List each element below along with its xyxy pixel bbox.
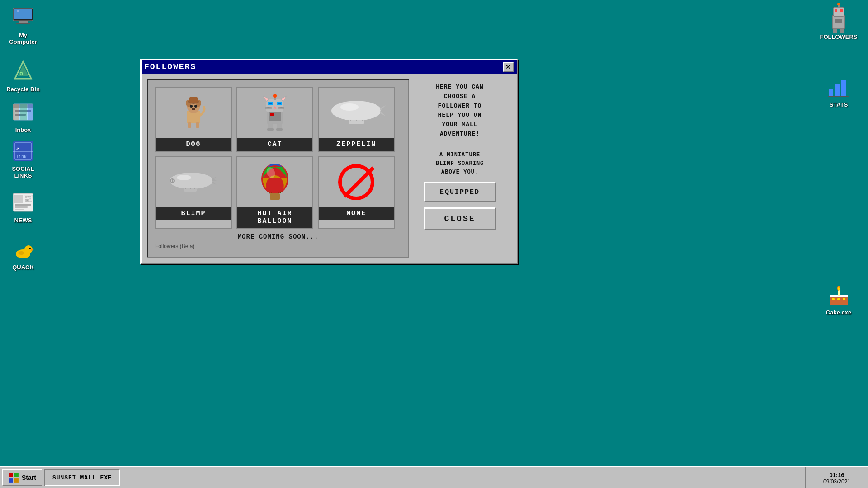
- equipped-button[interactable]: EQUIPPED: [424, 182, 496, 202]
- svg-rect-110: [9, 473, 13, 477]
- stats-desktop-icon[interactable]: STATS: [818, 72, 859, 110]
- window-titlebar: FOLLOWERS ✕: [142, 60, 517, 74]
- follower-blimp[interactable]: BLIMP: [155, 156, 232, 229]
- svg-text:link: link: [16, 155, 27, 160]
- svg-point-100: [177, 175, 191, 180]
- svg-marker-89: [380, 105, 386, 111]
- svg-rect-41: [828, 96, 849, 97]
- svg-point-49: [843, 298, 845, 300]
- follower-zeppelin[interactable]: ZEPPELIN: [318, 87, 395, 152]
- balloon-sprite-area: [237, 157, 312, 207]
- svg-marker-90: [380, 111, 386, 116]
- follower-cat[interactable]: CAT: [236, 87, 313, 152]
- svg-rect-113: [14, 478, 19, 483]
- svg-rect-22: [15, 209, 24, 210]
- dog-sprite-area: [156, 88, 231, 138]
- svg-text:↗: ↗: [16, 145, 19, 152]
- followers-desktop-icon[interactable]: FOLLOWERS: [818, 5, 859, 42]
- divider: [418, 145, 501, 145]
- svg-rect-2: [19, 21, 28, 23]
- svg-rect-40: [841, 80, 846, 96]
- dog-name: DOG: [156, 138, 231, 151]
- follower-row-1: DOG: [155, 87, 401, 152]
- svg-rect-104: [270, 193, 280, 200]
- followers-svg: [826, 3, 851, 35]
- start-label: Start: [22, 474, 36, 481]
- svg-rect-71: [269, 103, 272, 104]
- follower-hot-air-balloon[interactable]: HOT AIR BALLOON: [236, 156, 313, 229]
- svg-point-91: [340, 103, 359, 111]
- svg-rect-57: [188, 122, 191, 128]
- svg-marker-26: [31, 249, 34, 251]
- svg-rect-38: [829, 89, 833, 96]
- zeppelin-sprite-area: [319, 88, 394, 138]
- svg-rect-36: [840, 29, 844, 33]
- svg-rect-58: [196, 122, 199, 128]
- svg-rect-21: [15, 206, 28, 208]
- svg-rect-3: [16, 23, 30, 24]
- taskbar-app-button[interactable]: SUNSET MALL.EXE: [44, 469, 120, 486]
- beta-label: Followers (Beta): [155, 243, 401, 249]
- recycle-bin-icon[interactable]: ♻ Recycle Bin: [3, 57, 43, 94]
- start-button[interactable]: Start: [2, 469, 42, 486]
- follower-none[interactable]: NONE: [318, 156, 395, 229]
- blimp-name: BLIMP: [156, 207, 231, 220]
- no-icon: [338, 164, 374, 200]
- close-button[interactable]: CLOSE: [424, 207, 496, 230]
- svg-point-54: [190, 105, 193, 108]
- follower-row-2: BLIMP: [155, 156, 401, 229]
- news-label: NEWS: [14, 217, 32, 224]
- follower-dog[interactable]: DOG: [155, 87, 232, 152]
- follower-description-main: HERE YOU CAN CHOOSE A FOLLOWER TO HELP Y…: [436, 83, 484, 139]
- svg-rect-112: [9, 478, 13, 483]
- svg-point-46: [838, 287, 840, 290]
- my-computer-label: My Computer: [5, 32, 42, 45]
- svg-rect-19: [14, 195, 23, 203]
- svg-rect-4: [17, 10, 19, 12]
- inbox-label: Inbox: [15, 127, 31, 133]
- dog-sprite: [178, 93, 209, 133]
- blimp-sprite: [164, 162, 223, 202]
- window-close-button[interactable]: ✕: [503, 62, 514, 72]
- svg-point-34: [837, 3, 840, 5]
- social-links-icon[interactable]: ↗ link SOCIAL LINKS: [3, 136, 43, 181]
- follower-grid-panel: DOG: [147, 79, 409, 258]
- svg-point-84: [331, 101, 381, 121]
- cake-svg: [826, 282, 851, 307]
- cat-sprite-area: [237, 88, 312, 138]
- inbox-svg: [11, 100, 35, 124]
- cake-exe-icon[interactable]: Cake.exe: [818, 280, 859, 318]
- start-icon: [8, 472, 19, 483]
- svg-point-27: [29, 248, 31, 249]
- none-name: NONE: [319, 207, 394, 220]
- followers-window: FOLLOWERS ✕: [140, 59, 518, 264]
- follower-info-panel: HERE YOU CAN CHOOSE A FOLLOWER TO HELP Y…: [415, 79, 505, 258]
- balloon-sprite: [255, 162, 295, 202]
- svg-rect-20: [15, 204, 31, 206]
- balloon-name: HOT AIR BALLOON: [237, 207, 312, 228]
- svg-rect-12: [13, 104, 19, 120]
- svg-point-28: [18, 251, 24, 255]
- svg-rect-13: [20, 104, 27, 120]
- quack-icon[interactable]: QUACK: [3, 235, 43, 272]
- my-computer-icon[interactable]: My Computer: [3, 3, 43, 47]
- clock-time: 01:16: [829, 472, 844, 479]
- window-body: DOG: [142, 74, 517, 263]
- follower-description-sub: A MINIATURE BLIMP SOARING ABOVE YOU.: [436, 151, 484, 177]
- news-svg: 📰: [11, 191, 35, 214]
- zeppelin-name: ZEPPELIN: [319, 138, 394, 151]
- svg-rect-82: [267, 128, 274, 131]
- svg-rect-31: [835, 9, 837, 12]
- cake-exe-label: Cake.exe: [826, 309, 851, 316]
- svg-rect-39: [835, 84, 840, 96]
- svg-point-92: [170, 173, 213, 189]
- blimp-sprite-area: [156, 157, 231, 207]
- news-icon[interactable]: 📰 NEWS: [3, 188, 43, 225]
- inbox-icon[interactable]: Inbox: [3, 98, 43, 135]
- svg-rect-32: [840, 9, 843, 12]
- svg-point-47: [832, 298, 835, 300]
- svg-point-48: [837, 298, 840, 300]
- clock-date: 09/03/2021: [823, 479, 850, 485]
- cat-sprite: [259, 93, 291, 133]
- quack-svg: [11, 238, 35, 261]
